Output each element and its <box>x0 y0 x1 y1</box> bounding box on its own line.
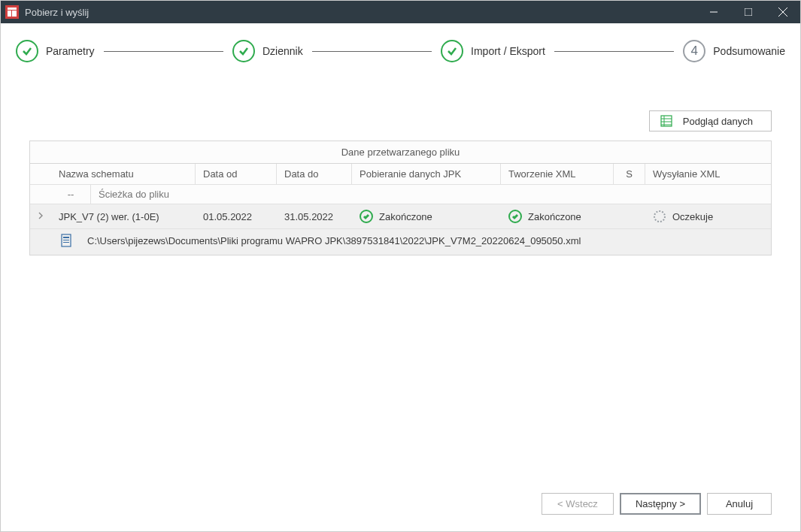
check-icon <box>508 210 522 223</box>
cancel-button[interactable]: Anuluj <box>707 493 772 515</box>
cell-tworzenie: Zakończone <box>501 204 614 228</box>
col-schema[interactable]: Nazwa schematu <box>51 164 196 184</box>
window-title: Pobierz i wyślij <box>25 7 696 18</box>
file-icon <box>60 234 74 247</box>
grid-title: Dane przetwarzanego pliku <box>30 141 771 164</box>
grid-subheader-row: -- Ścieżka do pliku <box>30 185 771 204</box>
step-divider <box>312 51 432 52</box>
col-tworzenie[interactable]: Tworzenie XML <box>501 164 614 184</box>
subheader-dash: -- <box>51 185 91 204</box>
cell-pobieranie: Zakończone <box>352 204 501 228</box>
grid-icon <box>660 115 672 127</box>
svg-rect-14 <box>63 237 69 238</box>
wizard-stepper: Parametry Dziennik Import / Eksport 4 Po… <box>1 23 800 77</box>
preview-button-label: Podgląd danych <box>683 116 753 127</box>
check-icon <box>441 40 463 62</box>
check-icon <box>232 40 255 62</box>
check-icon <box>16 40 38 62</box>
step-label: Dziennik <box>262 45 303 57</box>
cell-schema: JPK_V7 (2) wer. (1-0E) <box>51 206 196 228</box>
step-divider <box>104 51 223 52</box>
app-icon <box>5 5 19 19</box>
wizard-footer: < Wstecz Następny > Anuluj <box>1 481 800 531</box>
step-number-icon: 4 <box>683 40 705 62</box>
step-label: Podsumowanie <box>713 45 785 57</box>
cell-s <box>614 211 645 222</box>
step-dziennik: Dziennik <box>232 40 303 62</box>
maximize-button[interactable] <box>731 1 766 23</box>
step-import-eksport: Import / Eksport <box>441 40 545 62</box>
cell-od: 01.05.2022 <box>196 206 277 228</box>
file-path: C:\Users\pijezews\Documents\Pliki progra… <box>87 235 581 246</box>
table-row-detail: C:\Users\pijezews\Documents\Pliki progra… <box>30 229 771 255</box>
grid-header-row: Nazwa schematu Data od Data do Pobierani… <box>30 164 771 185</box>
status-label: Oczekuje <box>672 211 713 222</box>
check-icon <box>360 210 373 223</box>
svg-rect-4 <box>745 8 752 16</box>
col-pobieranie[interactable]: Pobieranie danych JPK <box>352 164 501 184</box>
cell-do: 31.05.2022 <box>277 206 352 228</box>
col-od[interactable]: Data od <box>196 164 277 184</box>
svg-rect-16 <box>63 242 69 243</box>
step-podsumowanie: 4 Podsumowanie <box>683 40 785 62</box>
subheader-path: Ścieżka do pliku <box>91 185 771 204</box>
status-label: Zakończone <box>379 211 432 222</box>
titlebar: Pobierz i wyślij <box>1 1 800 23</box>
step-label: Parametry <box>46 45 95 57</box>
svg-point-12 <box>654 211 665 222</box>
cell-wysylanie: Oczekuje <box>645 204 771 228</box>
svg-rect-15 <box>63 240 69 240</box>
svg-rect-0 <box>8 8 17 10</box>
minimize-button[interactable] <box>696 1 731 23</box>
expand-toggle[interactable] <box>30 206 51 228</box>
col-wysylanie[interactable]: Wysyłanie XML <box>645 164 771 184</box>
svg-rect-1 <box>8 11 11 17</box>
step-parametry: Parametry <box>16 40 95 62</box>
status-label: Zakończone <box>528 211 581 222</box>
step-divider <box>554 51 674 52</box>
col-s[interactable]: S <box>614 164 645 184</box>
step-label: Import / Eksport <box>471 45 545 57</box>
col-do[interactable]: Data do <box>277 164 352 184</box>
close-button[interactable] <box>766 1 800 23</box>
table-row[interactable]: JPK_V7 (2) wer. (1-0E) 01.05.2022 31.05.… <box>30 204 771 229</box>
back-button[interactable]: < Wstecz <box>542 493 614 515</box>
preview-data-button[interactable]: Podgląd danych <box>649 110 772 131</box>
waiting-icon <box>653 210 666 223</box>
svg-rect-2 <box>12 11 17 17</box>
next-button[interactable]: Następny > <box>620 493 701 515</box>
file-data-grid: Dane przetwarzanego pliku Nazwa schematu… <box>29 141 772 255</box>
